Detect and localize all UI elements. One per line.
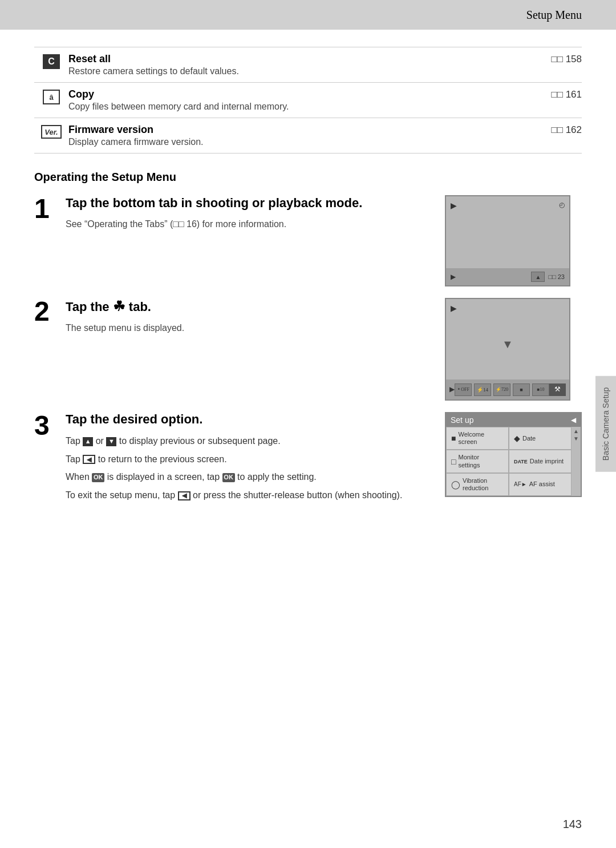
af-icon: AF► xyxy=(514,481,527,487)
cam1-btn-up: ▲ xyxy=(531,272,545,282)
setup-grid-container: ■ Welcomescreen ◆ Date □ Monitorsettings xyxy=(446,427,572,496)
monitor-icon: □ xyxy=(451,457,456,466)
cam2-arrow-container: ▼ xyxy=(502,338,513,351)
top-bar: Setup Menu xyxy=(0,0,616,30)
firmware-page-ref: □□ 162 xyxy=(551,124,582,136)
cam2-top-icon: ▶ xyxy=(451,304,457,313)
setup-screen: Set up ◀ ■ Welcomescreen ◆ xyxy=(445,412,582,497)
camera-screen-2: ▶ ▼ ▶ ⚬OFF ⚡14 ⚡720 ■ ■10 xyxy=(445,298,570,401)
step-1-right: ▶ ◴ ▶ ▲ □□ 23 xyxy=(445,195,582,286)
step-3-para-3: When OK is displayed in a screen, tap OK… xyxy=(66,470,428,484)
camera-screen-2-inner: ▶ ▼ ▶ ⚬OFF ⚡14 ⚡720 ■ ■10 xyxy=(446,299,569,399)
scroll-down-arrow: ▼ xyxy=(573,435,579,442)
camera-screen-1-inner: ▶ ◴ ▶ ▲ □□ 23 xyxy=(446,196,569,285)
vibration-icon: ◯ xyxy=(451,480,460,489)
setup-cell-date[interactable]: ◆ Date xyxy=(509,427,572,450)
menu-item-copy: â Copy □□ 161 Copy files between memory … xyxy=(34,82,582,118)
firmware-icon: Ver. xyxy=(41,125,62,139)
copy-title: Copy xyxy=(68,88,94,100)
setup-header-back: ◀ xyxy=(571,416,576,424)
date-icon: ◆ xyxy=(514,434,520,443)
step-3-container: 3 Tap the desired option. Tap ▲ or ▼ to … xyxy=(34,412,582,520)
firmware-description: Display camera firmware version. xyxy=(68,137,582,147)
ok-btn-2: OK xyxy=(222,473,235,482)
setup-scrollbar[interactable]: ▲ ▼ xyxy=(572,427,581,496)
reset-icon-cell: C xyxy=(34,54,68,69)
step-1-title: Tap the bottom tab in shooting or playba… xyxy=(66,195,428,212)
cam1-arrow: ▶ xyxy=(451,273,456,281)
step-2-desc: The setup menu is displayed. xyxy=(66,321,428,335)
cam2-down-arrow: ▼ xyxy=(502,338,513,350)
menu-item-reset: C Reset all □□ 158 Restore camera settin… xyxy=(34,47,582,82)
step-3-para-1: Tap ▲ or ▼ to display previous or subseq… xyxy=(66,434,428,449)
setup-cell-af[interactable]: AF► AF assist xyxy=(509,473,572,496)
setup-cell-vibration[interactable]: ◯ Vibrationreduction xyxy=(446,473,509,496)
step-3-body: Tap the desired option. Tap ▲ or ▼ to di… xyxy=(66,412,428,506)
cam1-bottom-bar: ▶ ▲ □□ 23 xyxy=(446,268,569,285)
step-1-number: 1 xyxy=(34,195,66,223)
setup-header: Set up ◀ xyxy=(446,413,581,427)
step-3-title: Tap the desired option. xyxy=(66,412,428,427)
step-2-body: Tap the ☘ tab. The setup menu is display… xyxy=(66,298,428,335)
setup-body: ■ Welcomescreen ◆ Date □ Monitorsettings xyxy=(446,427,581,496)
step-3-left: 3 Tap the desired option. Tap ▲ or ▼ to … xyxy=(34,412,428,520)
cam2-left-arrow: ▶ xyxy=(449,385,455,394)
reset-icon: C xyxy=(43,54,60,69)
step-3-right: Set up ◀ ■ Welcomescreen ◆ xyxy=(445,412,582,520)
cam1-page-num: □□ 23 xyxy=(548,273,565,280)
ok-btn-1: OK xyxy=(92,473,104,482)
step-1-body: Tap the bottom tab in shooting or playba… xyxy=(66,195,428,231)
step-3-para-2: Tap ◀ to return to the previous screen. xyxy=(66,452,428,467)
monitor-label: Monitorsettings xyxy=(458,454,480,469)
date-label: Date xyxy=(522,435,536,442)
setup-cell-dateimprint[interactable]: DATE Date imprint xyxy=(509,450,572,473)
step-3-number: 3 xyxy=(34,412,66,439)
cam2-icon-2: ⚡14 xyxy=(474,383,491,396)
scroll-up-arrow: ▲ xyxy=(573,428,579,434)
vibration-label: Vibrationreduction xyxy=(463,477,488,492)
btn-down-inline: ▼ xyxy=(106,437,116,446)
cam2-icon-4: ■ xyxy=(513,383,530,396)
setup-grid: ■ Welcomescreen ◆ Date □ Monitorsettings xyxy=(446,427,572,496)
firmware-content: Firmware version □□ 162 Display camera f… xyxy=(68,124,582,147)
step-2-title: Tap the ☘ tab. xyxy=(66,298,428,316)
firmware-icon-cell: Ver. xyxy=(34,125,68,139)
btn-back-inline: ◀ xyxy=(83,455,95,464)
copy-description: Copy files between memory card and inter… xyxy=(68,102,582,112)
cam2-icon-5: ■10 xyxy=(532,383,549,396)
firmware-title: Firmware version xyxy=(68,124,153,136)
section-heading: Operating the Setup Menu xyxy=(34,171,582,184)
welcome-icon: ■ xyxy=(451,434,456,443)
cam2-icon-1: ⚬OFF xyxy=(455,383,472,396)
step-2-right: ▶ ▼ ▶ ⚬OFF ⚡14 ⚡720 ■ ■10 xyxy=(445,298,582,401)
step-2-number: 2 xyxy=(34,298,66,325)
step-1-left: 1 Tap the bottom tab in shooting or play… xyxy=(34,195,428,286)
cam1-icon-tr: ◴ xyxy=(559,201,565,209)
setup-cell-monitor[interactable]: □ Monitorsettings xyxy=(446,450,509,473)
reset-description: Restore camera settings to default value… xyxy=(68,66,582,76)
setup-cell-welcome[interactable]: ■ Welcomescreen xyxy=(446,427,509,450)
af-label: AF assist xyxy=(529,480,555,488)
btn-back-inline-2: ◀ xyxy=(178,491,191,500)
page-number: 143 xyxy=(563,818,582,831)
step-2-left: 2 Tap the ☘ tab. The setup menu is displ… xyxy=(34,298,428,401)
cam1-bottom-icons: ▲ □□ 23 xyxy=(531,272,565,282)
step-1-container: 1 Tap the bottom tab in shooting or play… xyxy=(34,195,582,286)
step-3-row: 3 Tap the desired option. Tap ▲ or ▼ to … xyxy=(34,412,428,506)
reset-content: Reset all □□ 158 Restore camera settings… xyxy=(68,53,582,76)
reset-title-row: Reset all □□ 158 xyxy=(68,53,582,65)
copy-content: Copy □□ 161 Copy files between memory ca… xyxy=(68,88,582,112)
cam2-bottom-bar: ▶ ⚬OFF ⚡14 ⚡720 ■ ■10 ⚒ xyxy=(446,379,569,399)
step-1-desc: See “Operating the Tabs” (□□ 16) for mor… xyxy=(66,217,428,231)
firmware-title-row: Firmware version □□ 162 xyxy=(68,124,582,136)
camera-screen-1: ▶ ◴ ▶ ▲ □□ 23 xyxy=(445,195,570,286)
dateimprint-icon: DATE xyxy=(514,459,528,465)
cam2-icons-row: ⚬OFF ⚡14 ⚡720 ■ ■10 xyxy=(455,383,549,396)
setup-header-title: Set up xyxy=(451,415,473,425)
copy-page-ref: □□ 161 xyxy=(551,89,582,100)
menu-table: C Reset all □□ 158 Restore camera settin… xyxy=(34,47,582,154)
cam1-icon-tl: ▶ xyxy=(451,201,457,211)
main-content: C Reset all □□ 158 Restore camera settin… xyxy=(0,30,616,566)
step-1-row: 1 Tap the bottom tab in shooting or play… xyxy=(34,195,428,231)
side-tab-label: Basic Camera Setup xyxy=(601,387,610,461)
